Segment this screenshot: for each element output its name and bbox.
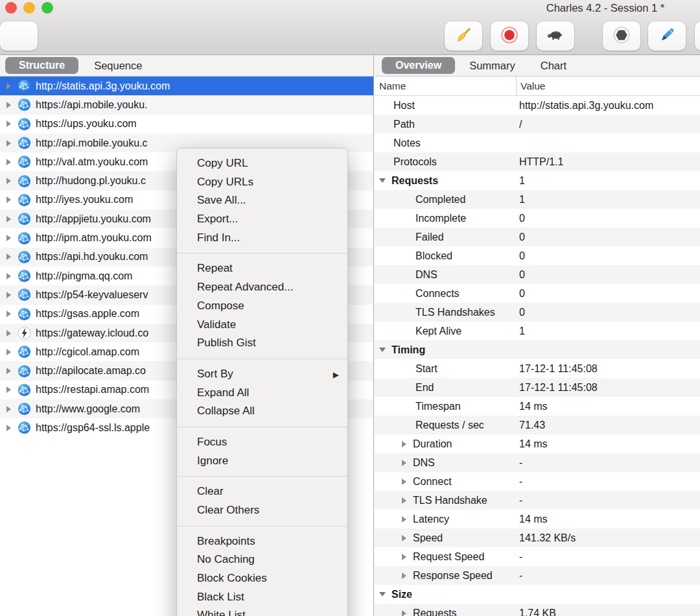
menu-item[interactable]: Ignore <box>177 452 347 471</box>
throttle-button[interactable] <box>537 21 574 51</box>
menu-item[interactable]: Find In... <box>177 229 347 248</box>
menu-item[interactable]: Breakpoints <box>177 532 347 551</box>
disclosure-triangle-icon[interactable] <box>6 349 11 355</box>
disclosure-triangle-icon[interactable] <box>6 292 11 298</box>
menu-item[interactable]: Copy URL <box>177 154 347 173</box>
table-row[interactable]: Connect - <box>375 472 700 491</box>
menu-item[interactable]: Clear <box>177 482 347 501</box>
compose-button[interactable] <box>648 21 686 51</box>
collapsed-arrow-icon[interactable] <box>402 610 406 616</box>
menu-item[interactable]: Publish Gist <box>177 334 347 353</box>
table-row[interactable]: Timing <box>375 340 700 359</box>
menu-item[interactable]: Sort By ▶ <box>177 365 347 384</box>
disclosure-triangle-icon[interactable] <box>6 140 11 147</box>
collapsed-arrow-icon[interactable] <box>402 497 406 504</box>
zoom-button[interactable] <box>41 2 53 14</box>
table-row[interactable]: Speed 141.32 KB/s <box>375 528 700 547</box>
column-header-value[interactable]: Value <box>516 77 700 95</box>
table-row[interactable]: Completed 1 <box>375 190 700 209</box>
table-row[interactable]: Protocols HTTP/1.1 <box>375 152 700 171</box>
table-row[interactable]: Incomplete 0 <box>375 209 700 228</box>
collapsed-arrow-icon[interactable] <box>402 535 406 541</box>
disclosure-triangle-icon[interactable] <box>6 235 11 241</box>
table-row[interactable]: Path / <box>375 115 700 134</box>
disclosure-triangle-icon[interactable] <box>6 83 11 89</box>
table-row[interactable]: Start 17-12-1 11:45:08 <box>375 359 700 378</box>
table-row[interactable]: Requests / sec 71.43 <box>375 416 700 434</box>
expanded-arrow-icon[interactable] <box>379 348 386 352</box>
menu-item[interactable]: Expand All <box>177 384 347 403</box>
disclosure-triangle-icon[interactable] <box>6 368 11 374</box>
collapsed-arrow-icon[interactable] <box>402 516 406 523</box>
collapsed-arrow-icon[interactable] <box>402 479 406 485</box>
table-row[interactable]: TLS Handshake - <box>375 491 700 510</box>
tab-chart[interactable]: Chart <box>541 60 566 72</box>
table-row[interactable]: Response Speed - <box>375 566 700 585</box>
disclosure-triangle-icon[interactable] <box>6 425 11 431</box>
table-row[interactable]: Request Speed - <box>375 547 700 566</box>
tab-structure[interactable]: Structure <box>5 57 78 74</box>
table-row[interactable]: Blocked 0 <box>375 246 700 265</box>
menu-item[interactable]: Black List <box>177 588 347 607</box>
minimize-button[interactable] <box>23 2 35 14</box>
collapsed-arrow-icon[interactable] <box>402 573 406 579</box>
disclosure-triangle-icon[interactable] <box>6 178 11 184</box>
table-row[interactable]: DNS - <box>375 453 700 472</box>
table-row[interactable]: Duration 14 ms <box>375 434 700 453</box>
breakpoints-button[interactable] <box>603 21 640 51</box>
collapsed-arrow-icon[interactable] <box>402 441 406 447</box>
clear-session-button[interactable] <box>445 21 482 51</box>
menu-item[interactable]: Export... <box>177 210 347 229</box>
menu-item[interactable]: Save All... <box>177 191 347 210</box>
table-row[interactable]: Requests 1.74 KB <box>375 604 700 616</box>
close-button[interactable] <box>5 2 17 14</box>
table-row[interactable]: DNS 0 <box>375 265 700 284</box>
table-row[interactable]: Latency 14 ms <box>375 510 700 528</box>
menu-item[interactable]: Validate <box>177 316 347 335</box>
table-row[interactable]: Host http://statis.api.3g.youku.com <box>375 96 700 115</box>
menu-item[interactable]: Repeat Advanced... <box>177 278 347 297</box>
disclosure-triangle-icon[interactable] <box>6 273 11 279</box>
disclosure-triangle-icon[interactable] <box>6 254 11 260</box>
column-header-name[interactable]: Name <box>375 77 516 95</box>
table-row[interactable]: Size <box>375 585 700 604</box>
tree-row[interactable]: http://statis.api.3g.youku.com <box>0 77 373 95</box>
disclosure-triangle-icon[interactable] <box>6 406 11 412</box>
expanded-arrow-icon[interactable] <box>379 592 386 597</box>
table-row[interactable]: Connects 0 <box>375 284 700 303</box>
menu-item[interactable]: Repeat <box>177 259 347 278</box>
collapsed-arrow-icon[interactable] <box>402 554 406 560</box>
disclosure-triangle-icon[interactable] <box>6 386 11 393</box>
expanded-arrow-icon[interactable] <box>379 178 386 183</box>
menu-item[interactable]: Clear Others <box>177 501 347 520</box>
table-row[interactable]: TLS Handshakes 0 <box>375 303 700 322</box>
menu-item[interactable]: Collapse All <box>177 402 347 421</box>
tree-row[interactable]: https://ups.youku.com <box>0 115 373 134</box>
table-row[interactable]: End 17-12-1 11:45:08 <box>375 378 700 397</box>
partial-toolbar-button[interactable] <box>0 21 38 51</box>
disclosure-triangle-icon[interactable] <box>6 159 11 165</box>
menu-item[interactable]: Copy URLs <box>177 173 347 192</box>
menu-item[interactable]: Focus <box>177 433 347 452</box>
tab-overview[interactable]: Overview <box>382 57 455 74</box>
disclosure-triangle-icon[interactable] <box>6 330 11 337</box>
table-row[interactable]: Requests 1 <box>375 171 700 190</box>
menu-item[interactable]: No Caching <box>177 551 347 569</box>
collapsed-arrow-icon[interactable] <box>402 460 406 466</box>
repeat-button[interactable] <box>695 21 700 51</box>
record-button[interactable] <box>491 21 528 51</box>
table-row[interactable]: Notes <box>375 134 700 152</box>
tree-row[interactable]: https://api.mobile.youku. <box>0 95 373 114</box>
table-row[interactable]: Failed 0 <box>375 228 700 246</box>
disclosure-triangle-icon[interactable] <box>6 216 11 222</box>
tab-summary[interactable]: Summary <box>469 60 515 72</box>
menu-item[interactable]: Block Cookies <box>177 569 347 588</box>
table-row[interactable]: Kept Alive 1 <box>375 322 700 340</box>
disclosure-triangle-icon[interactable] <box>6 102 11 108</box>
disclosure-triangle-icon[interactable] <box>6 121 11 127</box>
menu-item[interactable]: White List <box>177 606 347 616</box>
menu-item[interactable]: Compose <box>177 297 347 316</box>
disclosure-triangle-icon[interactable] <box>6 311 11 317</box>
table-row[interactable]: Timespan 14 ms <box>375 397 700 416</box>
disclosure-triangle-icon[interactable] <box>6 196 11 203</box>
